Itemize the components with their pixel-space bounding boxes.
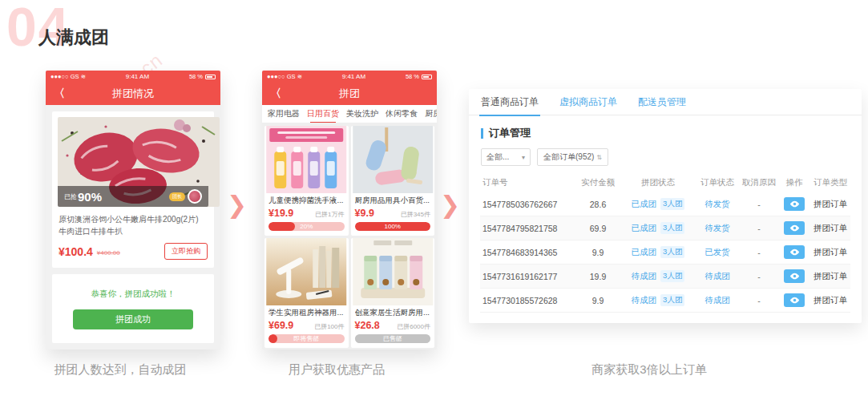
group-status: 已成团 [632, 199, 657, 210]
nav-title: 拼团情况 [112, 87, 154, 101]
view-order-button[interactable] [784, 221, 805, 235]
group-success-card: 恭喜你，拼团成功啦！ 拼团成功 [52, 274, 214, 343]
page: 04 人满成团 php.cn php.cn php.cn php.cn ●●●○… [0, 0, 868, 400]
view-order-button[interactable] [784, 245, 805, 259]
nav-bar: 〈 拼团 [262, 83, 437, 105]
product-title: 创意家居生活厨房用... [355, 308, 431, 318]
carrier-label: GS [71, 73, 79, 80]
amount: 69.9 [575, 224, 621, 233]
caption-user-benefit: 用户获取优惠产品 [264, 362, 409, 378]
progress-label: 20% [268, 222, 345, 231]
signal-icon: ●●●○○ [267, 73, 285, 80]
battery-percent: 58 % [189, 73, 203, 80]
product-title: 学生实用租房神器用... [268, 308, 345, 318]
tab-beauty[interactable]: 美妆洗护 [346, 108, 378, 119]
cancel-reason: - [740, 224, 778, 233]
tab-daily-goods[interactable]: 日用百货 [307, 108, 339, 119]
product-price: ¥19.9 [268, 208, 293, 219]
battery-icon [422, 75, 432, 79]
col-amount: 实付金额 [575, 177, 621, 188]
group-progress-bar: 100% [355, 222, 431, 231]
product-image-steak: 已抢 90% 团长 [58, 117, 208, 207]
product-title: 原切澳洲谷饲小公牛嫩肩牛排200g(2片) 牛肉进口牛排牛扒 [52, 212, 214, 237]
group-price: ¥100.4 [59, 245, 93, 258]
tab-appliances[interactable]: 家用电器 [268, 108, 300, 119]
table-row: 1547730185572628 9.9 待成团3人团 待成团 - 拼团订单 [480, 289, 850, 313]
tab-snacks[interactable]: 休闲零食 [386, 108, 418, 119]
progress-label: 已售罄 [355, 334, 431, 343]
order-status: 待成团 [695, 271, 740, 282]
product-image-lamp [264, 238, 349, 305]
sold-count: 已拼6000件 [397, 322, 430, 331]
buy-now-button[interactable]: 立即抢购 [164, 243, 208, 260]
tab-kitchen-clean[interactable]: 厨房清洁 [425, 108, 437, 119]
tab-courier-management[interactable]: 配送员管理 [638, 95, 686, 109]
clock: 9:41 AM [302, 73, 406, 80]
group-status: 待成团 [632, 271, 657, 282]
order-no: 1547730185572628 [480, 296, 575, 305]
chevron-down-icon: ▾ [522, 154, 525, 161]
signal-icon: ●●●○○ [50, 73, 69, 80]
status-bar: ●●●○○ GS ≋ 9:41 AM 58 % [262, 71, 437, 83]
battery-icon [205, 75, 216, 79]
tab-normal-orders[interactable]: 普通商品订单 [481, 95, 539, 109]
caption-auto-group: 拼团人数达到，自动成团 [32, 362, 208, 378]
claimed-label: 已抢 [64, 192, 77, 201]
group-type-tag: 3人团 [660, 294, 684, 306]
col-order-status: 订单状态 [695, 177, 740, 188]
group-type-tag: 3人团 [660, 222, 684, 234]
cancel-reason: - [740, 296, 778, 305]
success-message: 恭喜你，拼团成功啦！ [91, 289, 176, 300]
order-no: 1547784683914365 [480, 248, 575, 257]
product-card-condiment-boxes[interactable]: 创意家居生活厨房用... ¥26.8 已拼6000件 已售罄 [351, 238, 435, 348]
cancel-reason: - [740, 248, 778, 257]
all-orders-label: 全部订单(952) [543, 152, 594, 163]
image-overlay: 已抢 90% 团长 [58, 186, 208, 207]
group-product-card[interactable]: 已抢 90% 团长 原切澳洲谷饲小公牛嫩肩牛排200g(2片) 牛肉进口牛排牛扒… [52, 111, 214, 268]
product-price: ¥26.8 [355, 320, 380, 331]
product-card-sanitizer[interactable]: 儿童便携抑菌洗手液... ¥19.9 已拼1万件 20% [264, 126, 349, 236]
status-bar: ●●●○○ GS ≋ 9:41 AM 58 % [46, 71, 220, 83]
sold-count: 已拼100件 [314, 322, 344, 331]
amount: 19.9 [575, 272, 621, 281]
merchant-admin-panel: 普通商品订单 虚拟商品订单 配送员管理 订单管理 全部... ▾ 全部订单(95… [469, 89, 862, 323]
clock: 9:41 AM [86, 73, 189, 80]
phone-mockup-product-list: ●●●○○ GS ≋ 9:41 AM 58 % 〈 拼团 家用电器 日用百货 美… [262, 71, 437, 349]
order-filter-select[interactable]: 全部... ▾ [481, 148, 531, 166]
order-no: 1547784795821758 [480, 224, 575, 233]
select-value: 全部... [486, 152, 509, 163]
order-type: 拼团订单 [810, 247, 850, 258]
view-order-button[interactable] [784, 269, 805, 283]
category-tabs: 家用电器 日用百货 美妆洗护 休闲零食 厨房清洁 生鲜 [262, 105, 437, 123]
phone-mockup-group-status: ●●●○○ GS ≋ 9:41 AM 58 % 〈 拼团情况 [46, 71, 220, 349]
order-type: 拼团订单 [810, 223, 850, 234]
view-order-button[interactable] [784, 293, 805, 307]
group-status: 待成团 [632, 295, 657, 306]
tab-virtual-orders[interactable]: 虚拟商品订单 [559, 95, 617, 109]
order-type: 拼团订单 [810, 295, 850, 306]
table-row: 1547785036762667 28.6 已成团3人团 待发货 - 拼团订单 [480, 192, 850, 216]
group-type-tag: 3人团 [660, 198, 684, 210]
admin-tabs: 普通商品订单 虚拟商品订单 配送员管理 [469, 89, 862, 115]
table-header: 订单号 实付金额 拼团状态 订单状态 取消原因 操作 订单类型 [480, 173, 850, 192]
nav-title: 拼团 [339, 87, 360, 101]
col-cancel-reason: 取消原因 [740, 177, 778, 188]
progress-label: 即将售罄 [268, 334, 345, 343]
view-order-button[interactable] [784, 197, 805, 211]
back-icon[interactable]: 〈 [54, 87, 65, 101]
group-success-button[interactable]: 拼团成功 [73, 309, 193, 329]
order-no: 1547785036762667 [480, 200, 575, 209]
sold-count: 已拼1万件 [315, 210, 344, 219]
back-icon[interactable]: 〈 [270, 87, 281, 101]
group-status: 已成团 [632, 223, 657, 234]
group-type-tag: 3人团 [660, 270, 684, 282]
product-card-rollers[interactable]: 厨房用品用具小百货... ¥9.9 已拼345件 100% [351, 126, 435, 236]
product-price: ¥9.9 [355, 208, 374, 219]
col-order-type: 订单类型 [810, 177, 850, 188]
product-image-rollers [351, 126, 435, 193]
amount: 28.6 [575, 200, 621, 209]
sold-count: 已拼345件 [401, 210, 430, 219]
progress-label: 100% [355, 222, 431, 231]
all-orders-button[interactable]: 全部订单(952) ⇅ [537, 148, 608, 166]
product-card-lamp[interactable]: 学生实用租房神器用... ¥69.9 已拼100件 即将售罄 [264, 238, 349, 348]
